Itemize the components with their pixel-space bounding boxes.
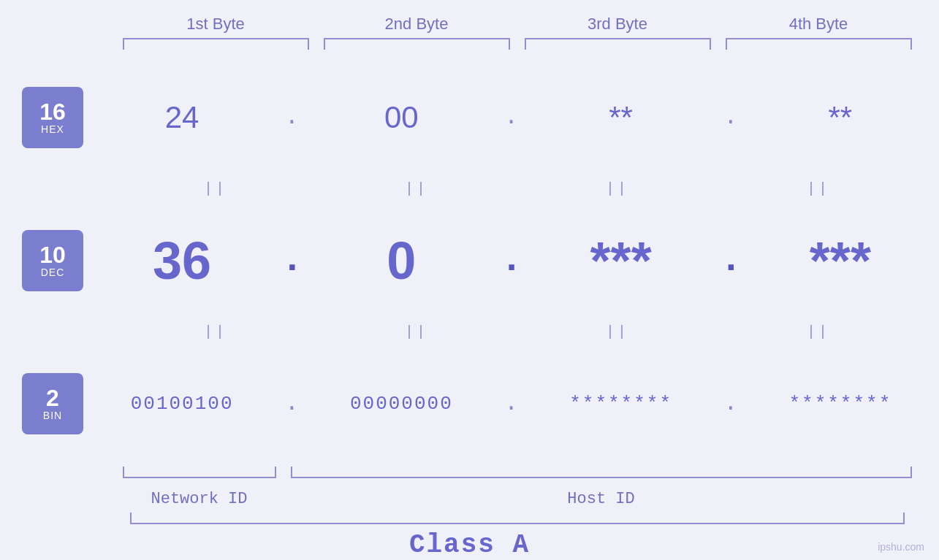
bin-byte-1: 00100100 — [83, 393, 281, 415]
dec-badge-label: DEC — [41, 266, 65, 278]
bin-badge: 2 BIN — [22, 373, 83, 434]
equals-row-2: || || || || — [115, 321, 919, 343]
eq1-3: || — [517, 180, 718, 197]
big-bracket — [130, 513, 905, 524]
class-label: Class A — [409, 530, 530, 560]
dec-byte-1: 36 — [83, 231, 281, 291]
byte-header-4: 4th Byte — [718, 15, 919, 38]
hex-sep-2: . — [501, 104, 522, 131]
eq2-3: || — [517, 323, 718, 340]
eq2-4: || — [718, 323, 919, 340]
dec-sep-3: . — [720, 239, 742, 282]
bin-byte-3: ******** — [522, 393, 720, 415]
top-bracket-row — [115, 38, 919, 50]
bin-badge-number: 2 — [46, 386, 59, 410]
byte-header-3: 3rd Byte — [517, 15, 718, 38]
equals-row-1: || || || || — [115, 177, 919, 200]
bottom-bracket-area — [115, 467, 919, 488]
top-bracket-4 — [726, 38, 912, 50]
hex-sep-3: . — [720, 104, 742, 131]
eq2-1: || — [115, 323, 316, 340]
bin-byte-4: ******** — [742, 393, 939, 415]
dec-byte-3: *** — [522, 231, 720, 291]
bin-sep-3: . — [720, 390, 742, 417]
dec-badge: 10 DEC — [22, 230, 83, 291]
bin-values-row: 00100100 . 00000000 . ******** . *******… — [83, 390, 939, 417]
watermark: ipshu.com — [878, 541, 924, 553]
top-bracket-3 — [525, 38, 711, 50]
hex-byte-1: 24 — [83, 100, 281, 135]
hex-sep-1: . — [281, 104, 303, 131]
byte-header-2: 2nd Byte — [316, 15, 517, 38]
host-bracket — [291, 467, 912, 478]
network-bracket — [123, 467, 276, 478]
bin-sep-2: . — [501, 390, 522, 417]
byte-header-1: 1st Byte — [115, 15, 316, 38]
dec-badge-number: 10 — [39, 243, 66, 266]
bin-badge-label: BIN — [43, 410, 62, 421]
dec-values-row: 36 . 0 . *** . *** — [83, 231, 939, 291]
eq1-1: || — [115, 180, 316, 197]
bin-sep-1: . — [281, 390, 303, 417]
big-bracket-area — [130, 513, 905, 527]
eq2-2: || — [316, 323, 517, 340]
dec-row: 10 DEC 36 . 0 . *** . *** — [0, 200, 939, 321]
hex-byte-4: ** — [742, 100, 939, 135]
header-row: 1st Byte 2nd Byte 3rd Byte 4th Byte — [115, 15, 919, 38]
top-bracket-1 — [123, 38, 309, 50]
network-id-label: Network ID — [115, 490, 284, 508]
hex-badge-number: 16 — [39, 100, 66, 123]
labels-row: Network ID Host ID — [115, 490, 919, 508]
hex-badge: 16 HEX — [22, 87, 83, 148]
bin-byte-2: 00000000 — [303, 393, 500, 415]
host-id-label: Host ID — [284, 490, 919, 508]
hex-values-row: 24 . 00 . ** . ** — [83, 100, 939, 135]
dec-sep-1: . — [281, 239, 303, 282]
main-container: 1st Byte 2nd Byte 3rd Byte 4th Byte 16 H… — [0, 0, 939, 560]
hex-byte-2: 00 — [303, 100, 500, 135]
hex-badge-label: HEX — [41, 123, 64, 135]
hex-byte-3: ** — [522, 100, 720, 135]
eq1-4: || — [718, 180, 919, 197]
top-bracket-2 — [324, 38, 510, 50]
eq1-2: || — [316, 180, 517, 197]
bin-row: 2 BIN 00100100 . 00000000 . ******** . *… — [0, 343, 939, 464]
dec-sep-2: . — [501, 239, 522, 282]
dec-byte-4: *** — [742, 231, 939, 291]
hex-row: 16 HEX 24 . 00 . ** . ** — [0, 57, 939, 177]
dec-byte-2: 0 — [303, 231, 500, 291]
